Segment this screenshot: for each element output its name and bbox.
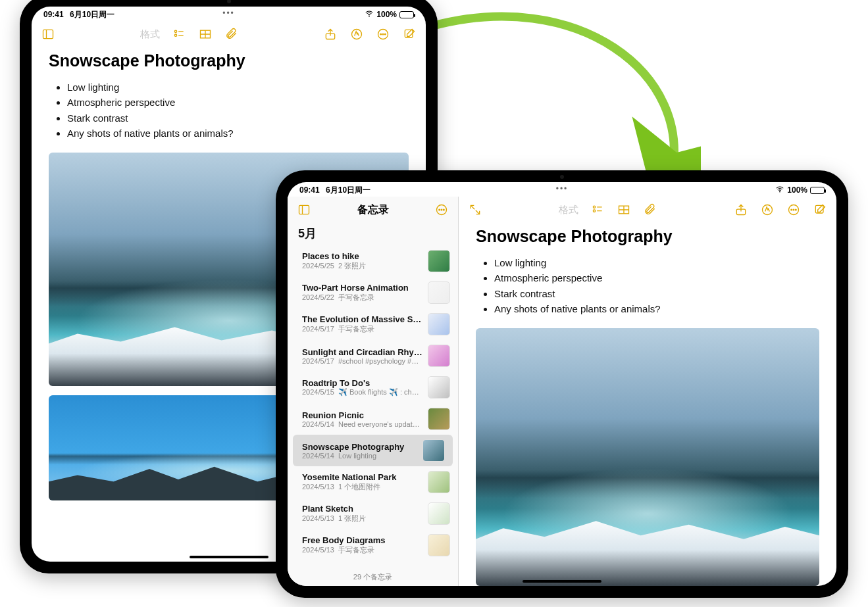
wifi-icon [775,185,784,196]
note-list-item[interactable]: Sunlight and Circadian Rhyth…2024/5/17#s… [288,340,458,372]
battery-percent: 100% [787,185,807,195]
home-indicator[interactable] [523,580,601,583]
note-list-item[interactable]: Plant Sketch2024/5/131 张照片 [288,498,458,529]
bullet-item[interactable]: Atmospheric perspective [67,95,409,110]
note-list-item[interactable]: Places to hike2024/5/252 张照片 [288,245,458,277]
svg-point-0 [369,15,370,16]
share-icon[interactable] [323,27,338,41]
sidebar-toggle-icon[interactable] [297,203,311,217]
svg-point-26 [593,210,595,212]
sidebar-footer: 29 个备忘录 [288,570,458,586]
wifi-icon [365,9,374,20]
svg-point-3 [174,30,176,32]
more-icon[interactable] [786,203,801,217]
svg-point-24 [593,206,595,208]
share-icon[interactable] [734,203,748,217]
note-bullets[interactable]: Low lighting Atmospheric perspective Sta… [476,255,819,316]
more-icon[interactable] [376,27,390,41]
svg-point-22 [441,209,442,210]
bullet-item[interactable]: Low lighting [494,255,819,270]
format-button[interactable]: 格式 [140,28,160,41]
svg-point-13 [380,34,382,35]
note-pane: 格式 [459,197,836,586]
note-item-thumbnail [428,250,450,272]
note-item-thumbnail [428,313,450,335]
note-list-item[interactable]: Two-Part Horse Animation2024/5/22手写备忘录 [288,277,458,308]
svg-point-15 [385,34,386,35]
bullet-item[interactable]: Low lighting [67,80,409,95]
format-button[interactable]: 格式 [559,204,578,216]
svg-point-36 [796,209,797,210]
sidebar-month: 5月 [288,223,458,245]
note-list-item[interactable]: Roadtrip To Do's2024/5/15✈️ Book flights… [288,372,458,403]
note-title[interactable]: Snowscape Photography [476,227,819,246]
compose-icon[interactable] [402,27,417,41]
table-icon[interactable] [617,203,631,217]
status-time: 09:41 [43,10,64,19]
attachment-icon[interactable] [224,27,239,41]
note-list-item[interactable]: The Evolution of Massive Star…2024/5/17手… [288,308,458,340]
compose-icon[interactable] [813,203,827,217]
note-list[interactable]: Places to hike2024/5/252 张照片Two-Part Hor… [288,245,458,570]
bullet-item[interactable]: Stark contrast [67,110,409,126]
bullet-item[interactable]: Any shots of native plants or animals? [494,301,819,316]
note-item-title: Snowscape Photography [302,442,417,452]
note-item-subtitle: 2024/5/22手写备忘录 [302,293,422,303]
note-item-title: Plant Sketch [302,504,422,514]
home-indicator[interactable] [190,556,268,558]
note-title[interactable]: Snowscape Photography [49,51,409,70]
note-item-thumbnail [428,281,450,304]
battery-icon [399,11,414,18]
note-item-title: Free Body Diagrams [302,535,422,545]
bullet-item[interactable]: Stark contrast [494,286,819,301]
note-item-title: Reunion Picnic [302,410,422,420]
sidebar-title: 备忘录 [357,203,389,217]
note-attached-photo[interactable] [476,328,819,586]
svg-point-32 [763,205,773,215]
table-icon[interactable] [198,27,213,41]
status-date: 6月10日周一 [326,185,370,195]
svg-rect-18 [299,205,309,214]
note-item-title: The Evolution of Massive Star… [302,314,422,324]
note-item-subtitle: 2024/5/14Need everyone's updat… [302,420,422,428]
svg-point-23 [444,209,445,210]
note-item-subtitle: 2024/5/17#school #psychology #… [302,357,422,365]
note-item-subtitle: 2024/5/17手写备忘录 [302,324,422,334]
svg-point-17 [779,191,780,192]
note-item-title: Places to hike [302,251,422,261]
multitask-handle[interactable]: ••• [222,9,235,18]
status-time: 09:41 [299,185,320,195]
svg-point-11 [352,30,362,39]
more-icon[interactable] [434,203,449,217]
note-list-item[interactable]: Free Body Diagrams2024/5/13手写备忘录 [288,529,458,561]
note-list-item[interactable]: Yosemite National Park2024/5/131 个地图附件 [288,466,458,498]
svg-point-14 [382,34,384,35]
fullscreen-icon[interactable] [468,203,482,217]
note-item-subtitle: 2024/5/252 张照片 [302,261,422,271]
note-item-thumbnail [428,376,450,399]
multitask-handle[interactable]: ••• [556,184,569,193]
note-list-item[interactable]: Snowscape Photography2024/5/14Low lighti… [293,435,453,466]
svg-point-35 [793,209,794,210]
bullet-item[interactable]: Atmospheric perspective [494,270,819,285]
checklist-icon[interactable] [172,27,186,41]
notes-sidebar: 备忘录 5月 Places to hike2024/5/252 张照片Two-P… [288,197,459,586]
bullet-item[interactable]: Any shots of native plants or animals? [67,126,409,141]
attachment-icon[interactable] [643,203,657,217]
note-item-subtitle: 2024/5/14Low lighting [302,452,417,460]
note-item-thumbnail [428,408,450,430]
note-item-title: Yosemite National Park [302,472,422,482]
sidebar-toggle-icon[interactable] [41,27,55,41]
note-item-thumbnail [428,471,450,493]
note-item-title: Two-Part Horse Animation [302,283,422,293]
battery-percent: 100% [376,10,397,19]
note-item-subtitle: 2024/5/131 张照片 [302,514,422,523]
note-list-item[interactable]: Reunion Picnic2024/5/14Need everyone's u… [288,403,458,435]
svg-point-34 [791,209,792,210]
note-bullets[interactable]: Low lighting Atmospheric perspective Sta… [49,80,409,141]
checklist-icon[interactable] [590,203,605,217]
markup-icon[interactable] [349,27,364,41]
markup-icon[interactable] [760,203,775,217]
note-item-title: Roadtrip To Do's [302,378,422,388]
svg-point-5 [174,34,176,36]
